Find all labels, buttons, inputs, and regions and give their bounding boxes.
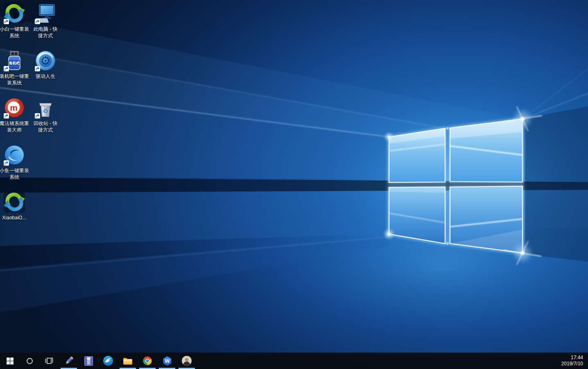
film-strip-icon [84,356,94,366]
clock-date: 2019/7/10 [561,361,583,367]
pencil-icon [63,355,74,366]
shortcut-arrow-badge [35,66,40,71]
refresh-arrows-icon [3,191,25,213]
user-avatar-icon [181,355,192,366]
shortcut-arrow-badge [4,19,9,24]
wps-letter: W [165,358,170,364]
desktop-icon-this-pc[interactable]: 此电脑 - 快 捷方式 [27,2,64,39]
taskbar-clock[interactable]: 17:44 2019/7/10 [557,355,588,367]
blue-swirl-fish-icon [3,144,25,166]
desktop-icon-recycle-bin[interactable]: ♻ 回收站 - 快 捷方式 [27,97,64,133]
icon-label: 驱动人生 [27,73,64,80]
red-swirl-m-icon: m [3,97,25,119]
clock-time: 17:44 [561,355,583,361]
desktop-icon-xiaoyu-reinstall[interactable]: 小鱼一键重装 系统 [0,144,33,180]
shortcut-arrow-badge [4,160,9,166]
gear-glyph: ⚙ [40,54,51,67]
blue-circle-wing-icon [103,355,113,366]
shortcut-arrow-badge [35,19,40,24]
windows-logo-artwork [0,0,588,369]
taskbar-app-pencil-editor[interactable] [59,353,79,369]
icon-label: 回收站 - 快 捷方式 [27,120,64,133]
taskbar-app-chrome[interactable] [138,353,157,369]
icon-label: 小鱼一键重装 系统 [0,167,33,180]
taskbar-app-avatar[interactable] [177,353,197,369]
magic-pig-letter: m [10,103,18,112]
shortcut-arrow-badge [35,113,40,118]
task-view-button[interactable] [39,353,59,369]
search-circle-icon [27,358,33,364]
icon-label: 此电脑 - 快 捷方式 [27,26,64,39]
folder-icon [122,355,133,366]
chrome-icon [142,355,153,366]
usb-band-text: 装机吧 [9,61,20,65]
desktop-icon-xiaobai-online[interactable]: XiaobaiO... [0,191,33,221]
usb-drive-icon: 装机吧 [3,50,25,72]
windows-logo-icon [7,358,14,364]
computer-monitor-icon [34,2,57,25]
windows-desktop: 小白一键重装 系统 此电脑 - 快 捷方式 [0,0,588,369]
taskbar-app-wing-app[interactable] [98,353,118,369]
task-view-icon [44,356,54,366]
desktop-icon-driver-life[interactable]: ⚙ 驱动人生 [27,50,64,80]
recycle-bin-icon: ♻ [34,97,57,119]
start-button[interactable] [0,353,20,369]
taskbar-app-video-player[interactable] [79,353,98,369]
blue-gear-icon: ⚙ [34,50,57,72]
icon-label: XiaobaiO... [0,214,33,221]
wallpaper [0,0,588,369]
taskbar-app-file-explorer[interactable] [118,353,138,369]
taskbar-app-wps-office[interactable]: W [157,353,177,369]
wps-icon: W [162,356,172,366]
search-button[interactable] [20,353,39,369]
taskbar: W 17:44 2019/7/10 [0,353,588,369]
recycle-glyph: ♻ [43,107,48,114]
shortcut-arrow-badge [4,66,9,71]
refresh-arrows-icon [3,2,25,25]
shortcut-arrow-badge [4,113,9,118]
system-tray: 17:44 2019/7/10 [557,353,588,369]
